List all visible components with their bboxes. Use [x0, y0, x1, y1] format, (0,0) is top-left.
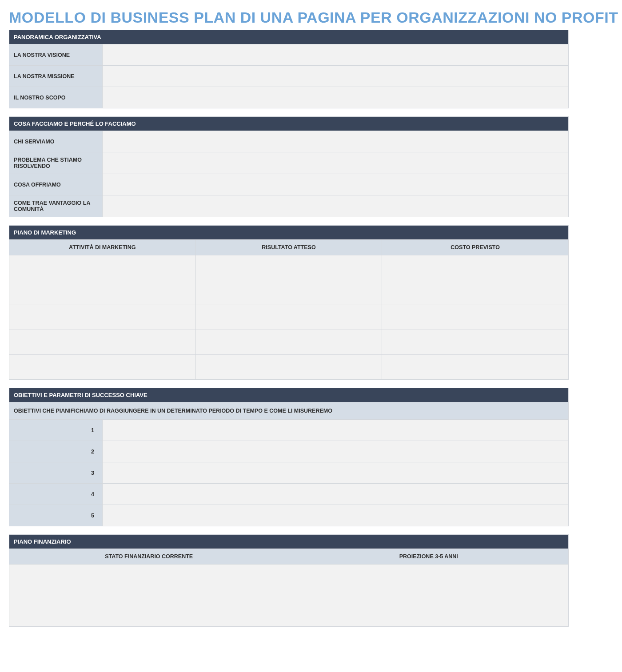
section2-row3-value[interactable]	[103, 195, 569, 217]
section3-r2-c0[interactable]	[9, 305, 196, 330]
section-objectives: OBIETTIVI E PARAMETRI DI SUCCESSO CHIAVE…	[9, 388, 613, 526]
section3-r2-c2[interactable]	[382, 305, 569, 330]
section5-header: PIANO FINANZIARIO	[9, 535, 569, 549]
section3-col0: ATTIVITÀ DI MARKETING	[9, 240, 196, 255]
section1-header: PANORAMICA ORGANIZZATIVA	[9, 30, 569, 44]
section1-row2-label: IL NOSTRO SCOPO	[9, 87, 103, 108]
section4-r3-value[interactable]	[103, 484, 569, 505]
section4-header: OBIETTIVI E PARAMETRI DI SUCCESSO CHIAVE	[9, 388, 569, 402]
section4-r0-num: 1	[9, 420, 103, 441]
section3-r1-c0[interactable]	[9, 280, 196, 305]
section3-col1: RISULTATO ATTESO	[195, 240, 382, 255]
section1-row1-value[interactable]	[103, 66, 569, 87]
section4-r0-value[interactable]	[103, 420, 569, 441]
section-org-overview: PANORAMICA ORGANIZZATIVA LA NOSTRA VISIO…	[9, 30, 613, 108]
section3-r0-c1[interactable]	[195, 255, 382, 280]
section3-r0-c0[interactable]	[9, 255, 196, 280]
section5-col0: STATO FINANZIARIO CORRENTE	[9, 549, 289, 565]
section2-row0-label: CHI SERVIAMO	[9, 131, 103, 152]
section1-row0-value[interactable]	[103, 44, 569, 66]
section-what-we-do: COSA FACCIAMO E PERCHÉ LO FACCIAMO CHI S…	[9, 116, 613, 217]
section2-row3-label: COME TRAE VANTAGGIO LA COMUNITÀ	[9, 195, 103, 217]
section1-row2-value[interactable]	[103, 87, 569, 108]
section3-r1-c2[interactable]	[382, 280, 569, 305]
section-financial-plan: PIANO FINANZIARIO STATO FINANZIARIO CORR…	[9, 534, 613, 627]
section3-r4-c1[interactable]	[195, 355, 382, 380]
section2-header: COSA FACCIAMO E PERCHÉ LO FACCIAMO	[9, 117, 569, 131]
section4-r4-value[interactable]	[103, 505, 569, 526]
section4-r4-num: 5	[9, 505, 103, 526]
section2-row2-value[interactable]	[103, 174, 569, 195]
section5-current[interactable]	[9, 565, 289, 627]
section5-projection[interactable]	[289, 565, 569, 627]
section4-r1-value[interactable]	[103, 441, 569, 462]
section4-r2-num: 3	[9, 462, 103, 484]
section4-r1-num: 2	[9, 441, 103, 462]
section3-r3-c0[interactable]	[9, 330, 196, 355]
section3-r2-c1[interactable]	[195, 305, 382, 330]
section3-col2: COSTO PREVISTO	[382, 240, 569, 255]
section3-r4-c0[interactable]	[9, 355, 196, 380]
section3-r4-c2[interactable]	[382, 355, 569, 380]
page-title: MODELLO DI BUSINESS PLAN DI UNA PAGINA P…	[9, 9, 613, 26]
section2-row0-value[interactable]	[103, 131, 569, 152]
section2-row2-label: COSA OFFRIAMO	[9, 174, 103, 195]
section4-r2-value[interactable]	[103, 462, 569, 484]
section2-row1-value[interactable]	[103, 152, 569, 174]
section1-row1-label: LA NOSTRA MISSIONE	[9, 66, 103, 87]
section5-col1: PROIEZIONE 3-5 ANNI	[289, 549, 569, 565]
section3-r1-c1[interactable]	[195, 280, 382, 305]
section4-r3-num: 4	[9, 484, 103, 505]
section-marketing-plan: PIANO DI MARKETING ATTIVITÀ DI MARKETING…	[9, 225, 613, 380]
section4-description: OBIETTIVI CHE PIANIFICHIAMO DI RAGGIUNGE…	[9, 402, 569, 420]
section3-header: PIANO DI MARKETING	[9, 226, 569, 240]
section3-r3-c1[interactable]	[195, 330, 382, 355]
section2-row1-label: PROBLEMA CHE STIAMO RISOLVENDO	[9, 152, 103, 174]
section3-r3-c2[interactable]	[382, 330, 569, 355]
section3-r0-c2[interactable]	[382, 255, 569, 280]
section1-row0-label: LA NOSTRA VISIONE	[9, 44, 103, 66]
